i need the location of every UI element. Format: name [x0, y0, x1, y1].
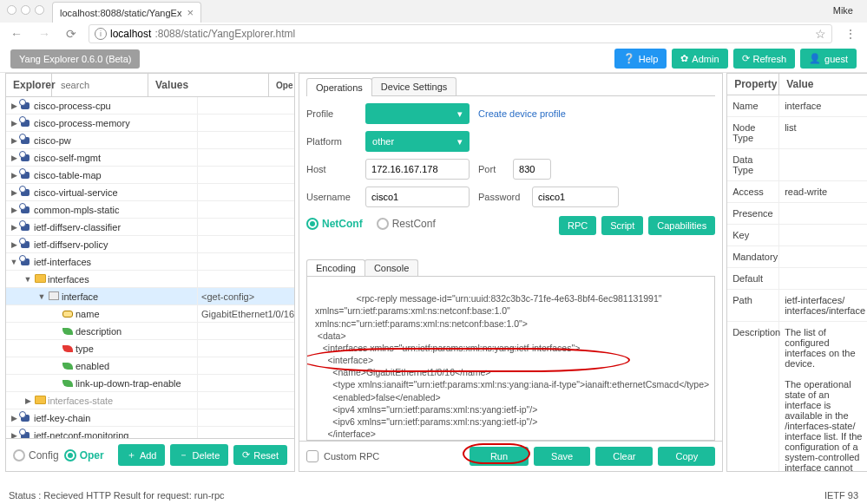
back-icon[interactable]: ← [7, 27, 26, 41]
expand-icon[interactable]: ▶ [10, 223, 18, 232]
password-input[interactable] [532, 187, 619, 207]
expand-icon[interactable]: ▶ [10, 206, 18, 214]
tree-value[interactable] [197, 115, 294, 131]
rpc-button[interactable]: RPC [559, 216, 596, 235]
tab-operations[interactable]: Operations [306, 78, 372, 96]
expand-icon[interactable]: ▶ [10, 119, 18, 128]
oper-radio[interactable]: Oper [64, 449, 104, 461]
tree-value[interactable] [197, 236, 294, 252]
admin-button[interactable]: ✿ Admin [672, 49, 727, 69]
username-input[interactable] [365, 187, 470, 207]
host-input[interactable] [365, 159, 470, 180]
window-close-icon[interactable] [7, 5, 16, 15]
save-button[interactable]: Save [534, 447, 590, 466]
expand-icon[interactable]: ▼ [23, 275, 32, 284]
tree-row[interactable]: ▼interface<get-config> [6, 288, 294, 305]
tree-row[interactable]: type [6, 340, 294, 357]
expand-icon[interactable]: ▼ [10, 258, 18, 266]
tree-value[interactable] [197, 184, 294, 200]
tree-value[interactable] [197, 97, 294, 114]
xml-output[interactable]: <rpc-reply message-id="urn:uuid:832c3b3c… [306, 277, 715, 441]
tree-value[interactable] [197, 375, 294, 391]
platform-select[interactable]: other▾ [365, 131, 470, 152]
profile-user[interactable]: Mike [833, 5, 853, 16]
netconf-radio[interactable]: NetConf [306, 218, 363, 230]
reset-button[interactable]: ⟳ Reset [233, 445, 287, 465]
tree-value[interactable] [197, 167, 294, 183]
tree-value[interactable] [197, 323, 294, 339]
config-radio[interactable]: Config [13, 449, 59, 461]
tab-device-settings[interactable]: Device Settings [371, 77, 456, 95]
browser-tab[interactable]: localhost:8088/static/YangEx × [52, 2, 201, 23]
expand-icon[interactable]: ▶ [10, 414, 18, 422]
menu-icon[interactable]: ⋮ [841, 27, 860, 41]
forward-icon[interactable]: → [35, 27, 54, 41]
expand-icon[interactable]: ▼ [37, 292, 46, 301]
restconf-radio[interactable]: RestConf [377, 218, 436, 230]
tree-row[interactable]: ▶cisco-table-map [6, 167, 294, 184]
search-input[interactable] [59, 78, 141, 92]
tree-value[interactable] [197, 219, 294, 235]
tree-row[interactable]: description [6, 323, 294, 340]
tree-value[interactable] [197, 357, 294, 374]
expand-icon[interactable]: ▶ [10, 154, 18, 162]
port-input[interactable] [513, 159, 551, 180]
tree-row[interactable]: ▶ietf-netconf-monitoring [6, 427, 294, 438]
custom-rpc-checkbox[interactable] [306, 450, 319, 462]
expand-icon[interactable]: ▶ [10, 240, 18, 249]
tree-row[interactable]: link-up-down-trap-enable [6, 375, 294, 392]
window-max-icon[interactable] [35, 5, 44, 15]
bookmark-icon[interactable]: ☆ [815, 27, 826, 41]
tree-row[interactable]: ▼interfaces [6, 271, 294, 288]
tree-row[interactable]: ▶cisco-self-mgmt [6, 149, 294, 167]
expand-icon[interactable]: ▶ [10, 136, 18, 145]
tree-row[interactable]: ▶cisco-pw [6, 132, 294, 149]
tree-value[interactable] [197, 149, 294, 166]
tree-row[interactable]: ▶ietf-diffserv-classifier [6, 219, 294, 236]
tree-value[interactable] [197, 132, 294, 148]
delete-button[interactable]: － Delete [170, 444, 228, 466]
expand-icon[interactable]: ▶ [10, 171, 18, 180]
expand-icon[interactable]: ▶ [10, 101, 18, 110]
tree-row[interactable]: ▶cisco-process-memory [6, 115, 294, 132]
yang-tree[interactable]: ▶cisco-process-cpu▶cisco-process-memory▶… [6, 97, 294, 438]
tree-row[interactable]: ▶ietf-key-chain [6, 409, 294, 427]
create-profile-link[interactable]: Create device profile [478, 108, 566, 119]
tree-row[interactable]: ▶common-mpls-static [6, 201, 294, 219]
profile-select[interactable]: ▾ [365, 103, 470, 124]
reload-icon[interactable]: ⟳ [62, 27, 80, 41]
window-min-icon[interactable] [21, 5, 30, 15]
capabilities-button[interactable]: Capabilities [648, 216, 715, 235]
tree-value[interactable]: GigabitEthernet1/0/16 [197, 305, 294, 322]
tree-row[interactable]: ▼ietf-interfaces [6, 253, 294, 271]
tree-value[interactable] [197, 409, 294, 426]
site-info-icon[interactable]: i [95, 28, 107, 40]
expand-icon[interactable]: ▶ [10, 431, 18, 439]
clear-button[interactable]: Clear [595, 447, 653, 466]
tree-row[interactable]: ▶ietf-diffserv-policy [6, 236, 294, 253]
tree-value[interactable] [197, 392, 294, 409]
script-button[interactable]: Script [601, 216, 643, 235]
tab-encoding[interactable]: Encoding [306, 259, 365, 276]
address-bar[interactable]: i localhost:8088/static/YangExplorer.htm… [89, 24, 832, 43]
tree-value[interactable] [197, 201, 294, 218]
tree-value[interactable]: <get-config> [197, 288, 294, 304]
run-button[interactable]: Run [470, 447, 529, 466]
tree-value[interactable] [197, 253, 294, 270]
tree-row[interactable]: ▶cisco-virtual-service [6, 184, 294, 201]
expand-icon[interactable]: ▶ [10, 188, 18, 197]
add-button[interactable]: ＋ Add [118, 444, 166, 466]
tree-row[interactable]: ▶interfaces-state [6, 392, 294, 409]
tree-row[interactable]: nameGigabitEthernet1/0/16 [6, 305, 294, 323]
guest-button[interactable]: 👤 guest [800, 49, 857, 69]
expand-icon[interactable]: ▶ [23, 396, 32, 405]
help-button[interactable]: ❔ Help [614, 49, 667, 69]
refresh-button[interactable]: ⟳ Refresh [733, 49, 796, 69]
close-icon[interactable]: × [187, 6, 194, 19]
tree-row[interactable]: ▶cisco-process-cpu [6, 97, 294, 115]
tree-value[interactable] [197, 340, 294, 357]
tree-row[interactable]: enabled [6, 357, 294, 375]
copy-button[interactable]: Copy [658, 447, 715, 466]
tab-console[interactable]: Console [365, 259, 418, 276]
tree-value[interactable] [197, 427, 294, 438]
